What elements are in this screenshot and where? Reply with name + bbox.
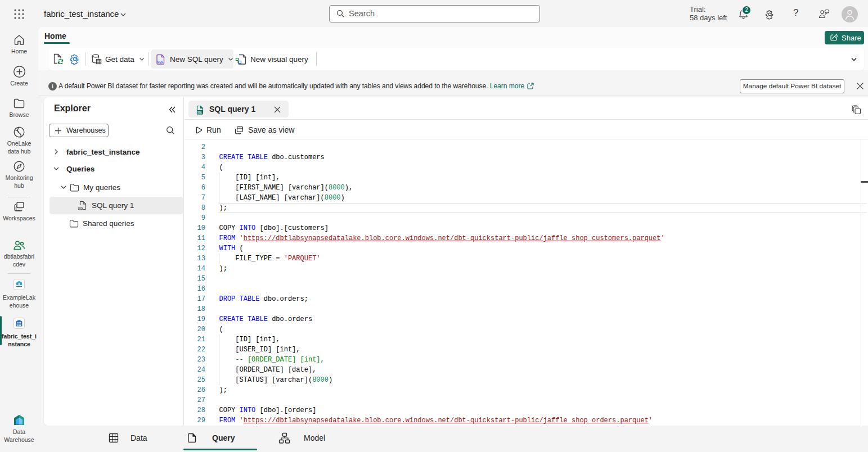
svg-text:SQL: SQL xyxy=(158,60,164,64)
svg-text:SQL: SQL xyxy=(197,111,203,114)
svg-text:SQL: SQL xyxy=(78,207,84,210)
